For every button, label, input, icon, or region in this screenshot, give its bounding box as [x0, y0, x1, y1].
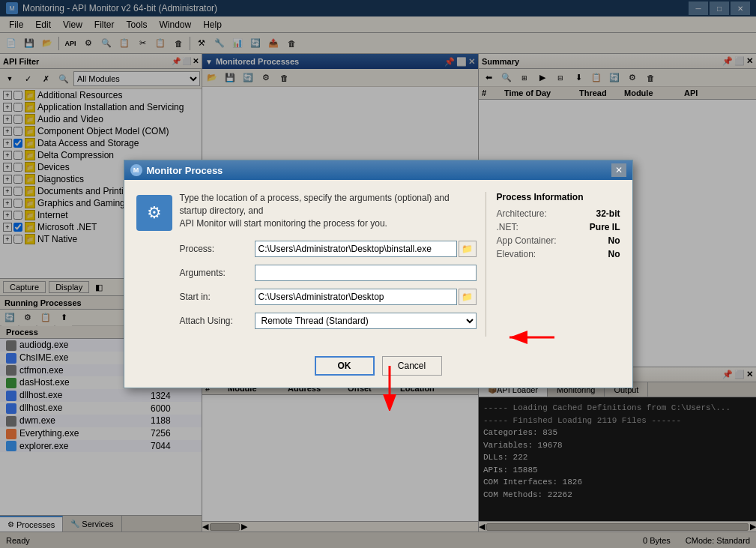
ok-button[interactable]: OK [315, 356, 375, 376]
modal-title-icon: M [130, 164, 142, 176]
process-browse-button[interactable]: 📁 [459, 241, 477, 257]
architecture-row: Architecture: 32-bit [497, 208, 620, 219]
modal-overlay: M Monitor Process ✕ ⚙ Type the location … [0, 0, 756, 548]
modal-process-icon: ⚙ [136, 195, 172, 231]
process-field-row: Process: 📁 [180, 241, 477, 257]
attach-using-field-row: Attach Using: Remote Thread (Standard) [180, 313, 477, 329]
modal-close-button[interactable]: ✕ [611, 163, 626, 177]
start-in-field-row: Start in: 📁 [180, 289, 477, 305]
modal-left-content: ⚙ Type the location of a process, specif… [136, 192, 477, 336]
arguments-field-row: Arguments: [180, 265, 477, 281]
process-info-panel: Process Information Architecture: 32-bit… [486, 192, 620, 336]
process-info-title: Process Information [497, 192, 620, 202]
modal-form: Type the location of a process, specify … [180, 192, 477, 336]
monitor-process-dialog: M Monitor Process ✕ ⚙ Type the location … [124, 160, 633, 388]
arguments-input[interactable] [255, 265, 477, 281]
elevation-row: Elevation: No [497, 249, 620, 259]
attach-using-label: Attach Using: [180, 316, 255, 326]
modal-footer: OK Cancel [124, 349, 632, 388]
attach-using-select[interactable]: Remote Thread (Standard) [255, 313, 477, 329]
process-input[interactable] [255, 241, 457, 257]
modal-title-bar: M Monitor Process ✕ [124, 160, 632, 180]
start-in-input[interactable] [255, 289, 457, 305]
modal-title: Monitor Process [147, 165, 223, 176]
app-container-row: App Container: No [497, 235, 620, 246]
arguments-label: Arguments: [180, 268, 255, 278]
dotnet-row: .NET: Pure IL [497, 222, 620, 232]
modal-body: ⚙ Type the location of a process, specif… [124, 180, 632, 348]
start-in-label: Start in: [180, 292, 255, 302]
start-in-browse-button[interactable]: 📁 [459, 289, 477, 305]
process-label: Process: [180, 244, 255, 254]
cancel-button[interactable]: Cancel [382, 356, 442, 376]
modal-description: Type the location of a process, specify … [180, 192, 477, 229]
